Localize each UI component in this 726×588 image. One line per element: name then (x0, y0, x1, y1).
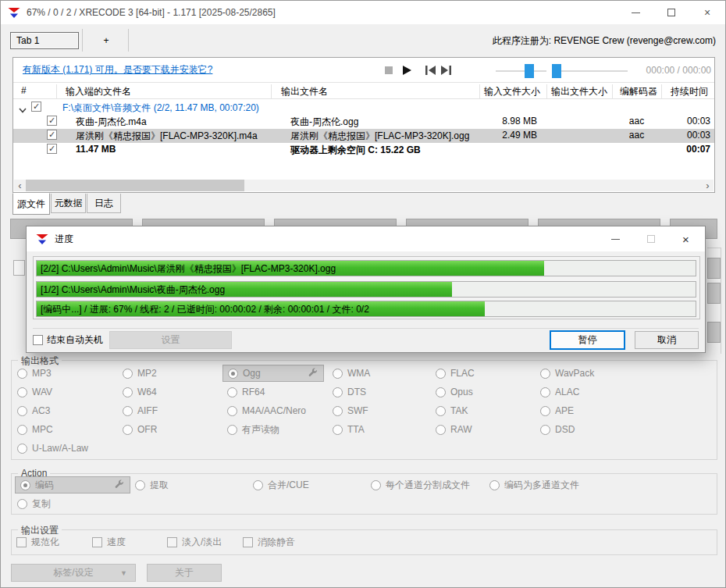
wrench-icon[interactable] (114, 479, 125, 490)
format-option-wma[interactable]: WMA (333, 365, 370, 382)
action-option-extract[interactable]: 提取 (135, 476, 169, 494)
tab-source-files-label: 源文件 (17, 198, 45, 211)
format-option-audiobook[interactable]: 有声读物 (227, 421, 279, 438)
summary-checkbox[interactable] (47, 144, 57, 154)
seek-slider[interactable] (496, 70, 546, 72)
action-option-multichannel[interactable]: 编码为多通道文件 (489, 476, 579, 494)
scrollbar-thumb[interactable] (26, 180, 244, 191)
add-tab-button[interactable]: + (93, 32, 119, 49)
format-option-wavpack[interactable]: WavPack (540, 365, 594, 382)
tab-log[interactable]: 日志 (87, 194, 121, 213)
update-link[interactable]: 有新版本 (1.171) 可用。是否要下载并安装它? (23, 63, 212, 77)
next-track-button[interactable] (440, 64, 452, 77)
progress-label: [1/2] C:\Users\Admin\Music\夜曲-周杰伦.ogg (41, 283, 225, 296)
dialog-close-button[interactable]: × (668, 226, 703, 251)
table-row[interactable]: 夜曲-周杰伦.m4a 夜曲-周杰伦.ogg 8.98 MB aac 00:03 (13, 115, 714, 129)
format-option-raw[interactable]: RAW (436, 421, 472, 438)
tab-log-label: 日志 (94, 197, 113, 210)
close-button[interactable]: × (689, 1, 725, 24)
col-header-input-name[interactable]: 输入端的文件名 (66, 85, 131, 98)
browse-button-fragment[interactable] (707, 258, 721, 279)
col-header-num[interactable]: # (21, 85, 27, 96)
stop-button[interactable] (383, 64, 395, 77)
volume-slider-thumb[interactable] (552, 64, 561, 78)
format-option-ac3[interactable]: AC3 (17, 402, 50, 419)
format-option-ogg-selected[interactable]: Ogg (222, 365, 324, 382)
format-option-aiff[interactable]: AIFF (123, 402, 158, 419)
total-duration: 00:07 (656, 144, 710, 155)
minimize-button[interactable] (617, 1, 653, 24)
table-row-selected[interactable]: 屠洪刚《精忠报国》[FLAC-MP3-320K].m4a 屠洪刚《精忠报国》[F… (13, 129, 714, 143)
format-option-mpc[interactable]: MPC (17, 421, 53, 438)
shutdown-checkbox[interactable] (33, 335, 43, 345)
about-label: 关于 (175, 566, 194, 579)
format-option-opus[interactable]: Opus (436, 383, 473, 401)
format-option-swf[interactable]: SWF (333, 402, 368, 419)
format-option-tak[interactable]: TAK (436, 402, 468, 419)
col-header-codec[interactable]: 编解码器 (620, 85, 657, 98)
groupbox-border-fragment (721, 248, 721, 354)
action-option-merge-cue[interactable]: 合并/CUE (253, 476, 309, 494)
previous-track-button[interactable] (424, 64, 436, 77)
table-header: # 输入端的文件名 输出文件名 输入文件大小 输出文件大小 编解码器 持续时间 (13, 82, 714, 99)
scroll-right-arrow[interactable]: › (702, 180, 714, 191)
setting-normalize[interactable]: 规范化 (16, 533, 59, 551)
format-option-mp2[interactable]: MP2 (123, 365, 157, 382)
action-option-copy[interactable]: 复制 (17, 495, 51, 512)
about-button[interactable]: 关于 (147, 564, 222, 582)
volume-slider[interactable] (552, 70, 628, 72)
col-header-output-name[interactable]: 输出文件名 (281, 85, 328, 98)
setting-remove-silence[interactable]: 消除静音 (243, 533, 295, 551)
scroll-left-arrow[interactable]: ‹ (14, 180, 26, 191)
group-label: F:\桌面文件\音频文件 (2/2, 11.47 MB, 00:07:20) (62, 102, 259, 115)
format-option-rf64[interactable]: RF64 (227, 383, 265, 401)
col-header-input-size[interactable]: 输入文件大小 (484, 85, 540, 98)
player-controls: 000:00 / 000:00 (380, 62, 711, 79)
horizontal-scrollbar[interactable]: ‹ › (14, 180, 714, 191)
tab-source-files[interactable]: 源文件 (12, 193, 50, 215)
maximize-icon (667, 9, 675, 16)
format-option-m4a[interactable]: M4A/AAC/Nero (227, 402, 306, 419)
setting-fade[interactable]: 淡入/淡出 (167, 533, 222, 551)
format-option-ulaw-alaw[interactable]: U-Law/A-Law (17, 440, 88, 457)
group-checkbox[interactable] (31, 102, 41, 112)
format-option-w64[interactable]: W64 (123, 383, 157, 401)
input-filename: 夜曲-周杰伦.m4a (76, 116, 147, 129)
format-option-alac[interactable]: ALAC (540, 383, 579, 401)
pause-button[interactable]: 暂停 (550, 330, 625, 350)
tab-1[interactable]: Tab 1 (10, 32, 79, 49)
col-header-output-size[interactable]: 输出文件大小 (551, 85, 607, 98)
action-option-encode-selected[interactable]: 编码 (15, 476, 130, 494)
browse-button-fragment[interactable] (707, 283, 721, 304)
seek-slider-thumb[interactable] (525, 64, 534, 78)
action-option-split-channels[interactable]: 每个通道分割成文件 (371, 476, 470, 494)
format-option-flac[interactable]: FLAC (436, 365, 475, 382)
maximize-button[interactable] (653, 1, 689, 24)
shutdown-checkbox-row[interactable]: 结束自动关机 (33, 333, 103, 347)
browse-button-fragment[interactable] (707, 322, 721, 343)
row-checkbox[interactable] (47, 130, 57, 140)
format-option-dts[interactable]: DTS (333, 383, 366, 401)
progress-panel: [2/2] C:\Users\Admin\Music\屠洪刚《精忠报国》[FLA… (33, 256, 700, 319)
format-option-mp3[interactable]: MP3 (17, 365, 52, 382)
format-option-ape[interactable]: APE (540, 402, 574, 419)
play-button[interactable] (400, 64, 413, 77)
format-option-ofr[interactable]: OFR (123, 421, 157, 438)
dialog-separator (33, 328, 699, 329)
dialog-minimize-button[interactable] (598, 226, 633, 251)
tab-metadata[interactable]: 元数据 (51, 194, 86, 213)
format-option-wav[interactable]: WAV (17, 383, 52, 401)
registration-text: 此程序注册为: REVENGE Crew (revenge@crew.com) (493, 34, 716, 48)
tags-settings-button[interactable]: 标签/设定 ▼ (11, 564, 136, 582)
col-header-duration[interactable]: 持续时间 (671, 85, 708, 98)
wrench-icon[interactable] (308, 368, 319, 379)
chevron-down-icon[interactable] (19, 105, 27, 116)
group-row[interactable]: F:\桌面文件\音频文件 (2/2, 11.47 MB, 00:07:20) (13, 101, 714, 115)
row-checkbox[interactable] (47, 116, 57, 126)
format-option-tta[interactable]: TTA (333, 421, 365, 438)
pause-label: 暂停 (578, 333, 597, 347)
format-option-dsd[interactable]: DSD (540, 421, 575, 438)
setting-speed[interactable]: 速度 (92, 533, 126, 551)
dialog-title-bar: 进度 × (27, 226, 705, 251)
cancel-button[interactable]: 取消 (635, 331, 699, 349)
